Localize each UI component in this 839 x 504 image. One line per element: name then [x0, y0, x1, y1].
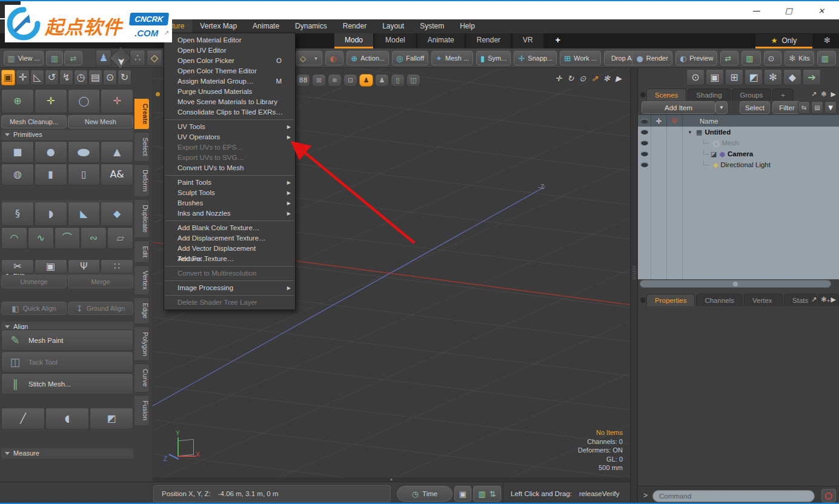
- mesh-ops-button[interactable]: ✦Mesh ...: [431, 51, 473, 65]
- list-style-icon[interactable]: ▤: [811, 101, 823, 114]
- transform-tool[interactable]: ⊕: [1, 89, 34, 113]
- side-tab-vertex[interactable]: Vertex: [134, 265, 150, 295]
- move-tool[interactable]: ✛: [35, 89, 67, 113]
- layout-tab-render[interactable]: Render: [466, 33, 511, 48]
- item-mode-icon[interactable]: ▣: [1, 70, 15, 85]
- side-tab-fusion[interactable]: Fusion: [134, 395, 150, 426]
- render-button[interactable]: ●Render: [632, 51, 672, 65]
- layout-tab-add[interactable]: +: [545, 33, 571, 48]
- torus-primitive[interactable]: ◍: [1, 164, 34, 185]
- menu-item-move-scene-materials[interactable]: Move Scene Materials to Library: [164, 97, 295, 107]
- tabbar-gear-icon[interactable]: ✻: [824, 36, 831, 45]
- world-axis-button[interactable]: ◐: [325, 51, 343, 65]
- protractor-icon[interactable]: ◖: [45, 408, 89, 429]
- swap-layout-icon[interactable]: ⇄: [720, 51, 738, 65]
- pivot-column-header[interactable]: ✛: [651, 115, 667, 127]
- stitch-mesh-row[interactable]: ∥Stitch Mesh...: [1, 373, 133, 394]
- panel-more-icon[interactable]: ▶: [831, 296, 836, 303]
- select-button[interactable]: Select: [740, 101, 770, 114]
- tab-channels[interactable]: Channels: [696, 294, 743, 306]
- slice-icon[interactable]: ✂: [1, 259, 34, 274]
- capsule-primitive[interactable]: ▯: [68, 164, 101, 185]
- falloff-button[interactable]: ◎Falloff: [392, 51, 428, 65]
- texture-disable-icon[interactable]: ⊠: [312, 74, 326, 87]
- hierarchy-icon[interactable]: ⇆: [798, 101, 810, 114]
- probe-icon[interactable]: ↯: [59, 70, 73, 85]
- tree-row-camera[interactable]: ◪ ● Camera: [638, 148, 839, 159]
- unmerge-button[interactable]: Unmerge: [1, 275, 67, 288]
- layout-thumb-button[interactable]: ▥: [46, 51, 63, 65]
- text-curve-tool[interactable]: ▱: [107, 227, 133, 249]
- lasso-select-icon[interactable]: ◺: [30, 70, 44, 85]
- expand-panel-icon[interactable]: ↗: [811, 91, 817, 98]
- menu-item-open-uv-editor[interactable]: Open UV Editor: [164, 45, 295, 56]
- menu-item-open-color-picker[interactable]: Open Color Picker O: [164, 56, 295, 66]
- ruler-icon[interactable]: ╱: [1, 408, 45, 429]
- capsules-view-icon[interactable]: ◫: [406, 74, 420, 87]
- menu-animate[interactable]: Animate: [245, 19, 287, 33]
- replicator-icon[interactable]: ✻: [764, 69, 782, 85]
- swap-panes-button[interactable]: ⇄: [64, 51, 82, 65]
- new-item-icon[interactable]: ▣: [706, 69, 724, 85]
- dimension-icon[interactable]: ◩: [90, 408, 133, 429]
- item-mode-cube-button[interactable]: ◇: [296, 51, 322, 65]
- select-cursor-icon[interactable]: ➤: [109, 47, 131, 69]
- scroll-thumb[interactable]: [733, 282, 738, 287]
- rotate-tool[interactable]: ◯: [68, 89, 101, 113]
- menu-system[interactable]: System: [412, 19, 452, 33]
- menu-item-assign-material-group[interactable]: Assign Material Group… M: [164, 76, 295, 87]
- workplane-button[interactable]: ⊞Work ...: [560, 51, 601, 65]
- time-button[interactable]: ◷ Time: [397, 486, 453, 502]
- visibility-column-header[interactable]: [638, 115, 651, 127]
- menu-item-open-material-editor[interactable]: Open Material Editor: [164, 35, 295, 45]
- item-visibility-toggle[interactable]: [638, 159, 651, 170]
- name-column-header[interactable]: Name: [683, 115, 839, 127]
- mesh-paint-row[interactable]: ✎Mesh Paint: [1, 330, 133, 351]
- tab-properties[interactable]: Properties: [646, 294, 695, 306]
- add-item-button[interactable]: Add Item: [642, 101, 715, 114]
- kits-button[interactable]: ✻Kits: [784, 51, 814, 65]
- arc-tool[interactable]: ◠: [1, 227, 27, 249]
- text-primitive[interactable]: A&: [101, 164, 133, 185]
- mesh-cleanup-button[interactable]: Mesh Cleanup...: [1, 115, 67, 128]
- layout-tab-model[interactable]: Model: [375, 33, 416, 48]
- measure-section-header[interactable]: Measure: [1, 448, 133, 459]
- primitives-section-header[interactable]: Primitives: [1, 130, 133, 140]
- tab-add[interactable]: +: [772, 88, 794, 101]
- cone-primitive[interactable]: ▲: [101, 141, 133, 163]
- menu-render[interactable]: Render: [335, 19, 374, 33]
- side-tab-create[interactable]: Create: [134, 98, 150, 130]
- menu-item-image-processing[interactable]: Image Processing: [164, 283, 295, 293]
- duplicate-item-icon[interactable]: ⊞: [725, 69, 743, 85]
- tree-row-directional-light[interactable]: ◆ Directional Light: [638, 159, 839, 170]
- actor-highlight-icon[interactable]: ♟: [359, 74, 373, 87]
- viewport-bottom-divider[interactable]: ▲: [153, 477, 630, 482]
- wireframe-icon[interactable]: ≋: [328, 74, 342, 87]
- tab-groups[interactable]: Groups: [732, 88, 772, 101]
- layout-tab-vr[interactable]: VR: [512, 33, 543, 48]
- side-tab-deform[interactable]: Deform: [134, 164, 150, 197]
- menu-item-purge-unused-materials[interactable]: Purge Unused Materials: [164, 87, 295, 97]
- brush-icon[interactable]: Ψ: [68, 259, 101, 274]
- tree-row-untitled[interactable]: ▼ ▦ Untitled: [638, 127, 839, 138]
- menu-item-convert-to-multiresolution[interactable]: Convert to Multiresolution: [164, 268, 295, 279]
- tab-shading[interactable]: Shading: [688, 88, 730, 101]
- display-options-button[interactable]: ▥ ⇅: [473, 486, 501, 502]
- monitor-icon[interactable]: ▥: [741, 51, 760, 65]
- symmetry-button[interactable]: ▮Sym...: [476, 51, 511, 65]
- tree-row-mesh[interactable]: ▢ Mesh: [638, 138, 839, 148]
- ground-align-button[interactable]: ↧Ground Align: [68, 302, 133, 315]
- menu-item-add-fur-texture[interactable]: Add Fur Texture…: [164, 254, 295, 264]
- sketch-tool[interactable]: ∾: [81, 227, 107, 249]
- pivot-icon[interactable]: ✛: [16, 70, 30, 85]
- inspector-icon[interactable]: ⊙: [764, 51, 782, 65]
- expand-panel-icon[interactable]: ↗: [811, 296, 817, 303]
- cylinder-primitive[interactable]: ▮: [35, 164, 67, 185]
- viewport-settings-icon[interactable]: ✻: [603, 73, 610, 84]
- inspect-icon[interactable]: ⊙: [103, 70, 117, 85]
- maximize-button[interactable]: □: [780, 5, 798, 15]
- side-tab-select[interactable]: Select: [134, 132, 150, 162]
- scale-tool[interactable]: ✛: [101, 89, 133, 113]
- action-center-button[interactable]: ⊕Action...: [347, 51, 389, 65]
- tack-tool-row[interactable]: ◫Tack Tool: [1, 351, 133, 373]
